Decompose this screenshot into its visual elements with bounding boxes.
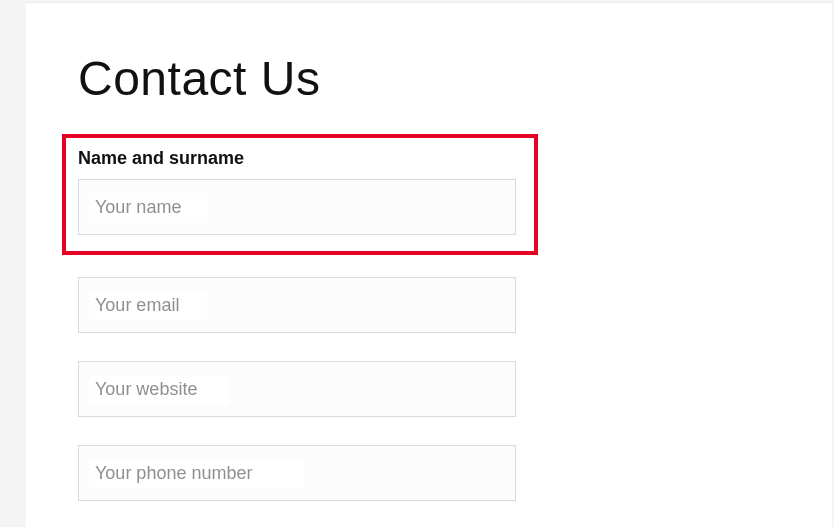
email-field-group xyxy=(78,277,538,333)
website-input-shell xyxy=(78,361,516,417)
website-field-group xyxy=(78,361,538,417)
email-input[interactable] xyxy=(79,278,515,332)
phone-input[interactable] xyxy=(79,446,515,500)
phone-input-shell xyxy=(78,445,516,501)
name-input-shell xyxy=(78,179,516,235)
contact-card: Contact Us Name and surname xyxy=(26,2,832,527)
email-input-shell xyxy=(78,277,516,333)
website-input[interactable] xyxy=(79,362,515,416)
name-input[interactable] xyxy=(79,180,515,234)
name-label: Name and surname xyxy=(78,148,522,169)
name-field-group: Name and surname xyxy=(62,134,538,255)
page-title: Contact Us xyxy=(78,51,780,106)
phone-field-group xyxy=(78,445,538,501)
